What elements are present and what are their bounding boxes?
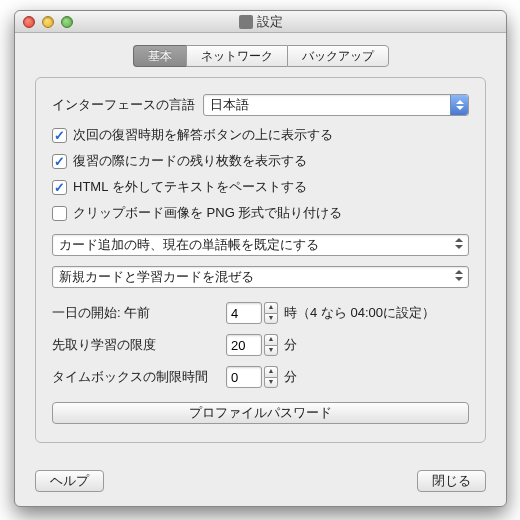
window-title-text: 設定: [257, 13, 283, 31]
step-up-icon[interactable]: ▲: [264, 366, 278, 377]
help-button[interactable]: ヘルプ: [35, 470, 104, 492]
default-deck-select[interactable]: カード追加の時、現在の単語帳を既定にする: [52, 234, 469, 256]
language-label: インターフェースの言語: [52, 96, 195, 114]
timebox-suffix: 分: [284, 368, 297, 386]
tab-backup[interactable]: バックアップ: [287, 45, 389, 67]
traffic-lights: [23, 16, 73, 28]
learn-ahead-stepper[interactable]: ▲▼: [226, 334, 278, 356]
select-value: 新規カードと学習カードを混ぜる: [59, 268, 254, 286]
preferences-window: 設定 基本 ネットワーク バックアップ インターフェースの言語 日本語 次回の復…: [14, 10, 507, 507]
timebox-input[interactable]: [226, 366, 262, 388]
check-label: クリップボード画像を PNG 形式で貼り付ける: [73, 204, 342, 222]
step-down-icon[interactable]: ▼: [264, 313, 278, 325]
zoom-icon[interactable]: [61, 16, 73, 28]
learn-ahead-suffix: 分: [284, 336, 297, 354]
footer: ヘルプ 閉じる: [15, 470, 506, 492]
timebox-label: タイムボックスの制限時間: [52, 368, 220, 386]
new-learn-mix-select[interactable]: 新規カードと学習カードを混ぜる: [52, 266, 469, 288]
day-start-suffix: 時（4 なら 04:00に設定）: [284, 304, 435, 322]
close-icon[interactable]: [23, 16, 35, 28]
step-up-icon[interactable]: ▲: [264, 302, 278, 313]
tab-basic[interactable]: 基本: [133, 45, 186, 67]
close-button[interactable]: 閉じる: [417, 470, 486, 492]
tab-network[interactable]: ネットワーク: [186, 45, 287, 67]
check-label: 次回の復習時期を解答ボタンの上に表示する: [73, 126, 333, 144]
check-paste-png[interactable]: [52, 206, 67, 221]
check-show-remaining[interactable]: [52, 154, 67, 169]
day-start-stepper[interactable]: ▲▼: [226, 302, 278, 324]
updown-icon: [454, 270, 464, 281]
profile-password-button[interactable]: プロファイルパスワード: [52, 402, 469, 424]
window-title: 設定: [239, 13, 283, 31]
app-icon: [239, 15, 253, 29]
step-down-icon[interactable]: ▼: [264, 377, 278, 389]
updown-icon: [454, 238, 464, 249]
step-down-icon[interactable]: ▼: [264, 345, 278, 357]
language-value: 日本語: [210, 96, 249, 114]
check-label: HTML を外してテキストをペーストする: [73, 178, 307, 196]
updown-icon: [450, 95, 468, 115]
day-start-input[interactable]: [226, 302, 262, 324]
titlebar: 設定: [15, 11, 506, 33]
check-strip-html[interactable]: [52, 180, 67, 195]
tab-strip: 基本 ネットワーク バックアップ: [15, 45, 506, 67]
check-label: 復習の際にカードの残り枚数を表示する: [73, 152, 307, 170]
learn-ahead-label: 先取り学習の限度: [52, 336, 220, 354]
select-value: カード追加の時、現在の単語帳を既定にする: [59, 236, 319, 254]
timebox-stepper[interactable]: ▲▼: [226, 366, 278, 388]
learn-ahead-input[interactable]: [226, 334, 262, 356]
basic-group: インターフェースの言語 日本語 次回の復習時期を解答ボタンの上に表示する 復習の…: [35, 77, 486, 443]
language-select[interactable]: 日本語: [203, 94, 469, 116]
check-show-next-review[interactable]: [52, 128, 67, 143]
step-up-icon[interactable]: ▲: [264, 334, 278, 345]
day-start-label: 一日の開始: 午前: [52, 304, 220, 322]
minimize-icon[interactable]: [42, 16, 54, 28]
